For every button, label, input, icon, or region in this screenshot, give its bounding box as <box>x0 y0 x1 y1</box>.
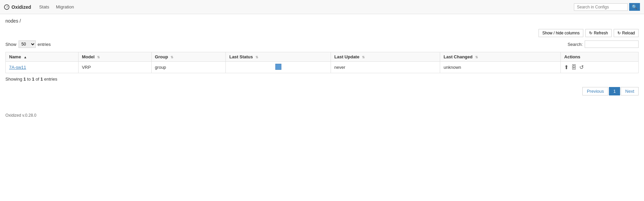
actions-container: ⬆🗄↺ <box>564 64 635 70</box>
col-last-status[interactable]: Last Status ⇅ <box>226 52 331 62</box>
col-name[interactable]: Name <box>6 52 79 62</box>
cell-model: VRP <box>78 62 151 73</box>
status-square <box>275 64 281 70</box>
cell-last-changed: unknown <box>440 62 561 73</box>
col-group[interactable]: Group ⇅ <box>151 52 226 62</box>
show-hide-columns-button[interactable]: Show / hide columns <box>539 29 583 37</box>
cell-last-update: never <box>331 62 440 73</box>
data-table: Name Model ⇅ Group ⇅ Last Status ⇅ Last … <box>5 52 639 73</box>
col-last-update[interactable]: Last Update ⇅ <box>331 52 440 62</box>
col-actions: Actions <box>561 52 639 62</box>
config-search-input[interactable] <box>574 3 628 11</box>
reload-button[interactable]: ↻ Reload <box>614 29 639 37</box>
row-name-link[interactable]: 7A-sw11 <box>9 65 26 70</box>
sort-icon-name <box>24 55 27 59</box>
reload-icon: ↻ <box>617 31 621 35</box>
clock-icon <box>4 4 9 10</box>
entries-label: entries <box>38 42 51 47</box>
refresh-button[interactable]: ↻ Refresh <box>585 29 612 37</box>
col-model[interactable]: Model ⇅ <box>78 52 151 62</box>
prev-button[interactable]: Previous <box>582 87 608 95</box>
version-label: Oxidized v.0.28.0 <box>5 113 36 118</box>
pagination-row: Previous 1 Next <box>5 87 639 95</box>
sort-icon-last-changed: ⇅ <box>475 55 478 59</box>
search-row: Search: <box>568 40 639 48</box>
table-header: Name Model ⇅ Group ⇅ Last Status ⇅ Last … <box>6 52 639 62</box>
nav-stats[interactable]: Stats <box>36 3 52 11</box>
table-body: 7A-sw11VRPgroupneverunknown⬆🗄↺ <box>6 62 639 73</box>
nav-migration[interactable]: Migration <box>53 3 76 11</box>
cell-name[interactable]: 7A-sw11 <box>6 62 79 73</box>
cell-group: group <box>151 62 226 73</box>
cell-actions: ⬆🗄↺ <box>561 62 639 73</box>
show-entries-row: Show 10 25 50 100 entries <box>5 40 51 48</box>
upload-icon[interactable]: ⬆ <box>564 64 569 70</box>
page-1-button[interactable]: 1 <box>609 87 620 95</box>
nav-links: Stats Migration <box>36 3 76 11</box>
page-content: nodes / Show / hide columns ↻ Refresh ↻ … <box>0 14 644 99</box>
header-row: Name Model ⇅ Group ⇅ Last Status ⇅ Last … <box>6 52 639 62</box>
navbar: Oxidized Stats Migration 🔍 <box>0 0 644 14</box>
refresh-icon: ↻ <box>589 31 592 35</box>
database-icon[interactable]: 🗄 <box>571 64 577 70</box>
table-row: 7A-sw11VRPgroupneverunknown⬆🗄↺ <box>6 62 639 73</box>
brand-label: Oxidized <box>11 4 31 10</box>
breadcrumb: nodes / <box>5 18 639 24</box>
show-label: Show <box>5 42 17 47</box>
sort-icon-group: ⇅ <box>171 55 173 59</box>
showing-info: Showing 1 to 1 of 1 entries <box>5 77 639 82</box>
sort-icon-model: ⇅ <box>97 55 100 59</box>
col-last-changed[interactable]: Last Changed ⇅ <box>440 52 561 62</box>
table-search-input[interactable] <box>585 40 639 48</box>
config-search-button[interactable]: 🔍 <box>629 3 640 11</box>
sort-icon-last-status: ⇅ <box>255 55 258 59</box>
page-footer: Oxidized v.0.28.0 <box>0 113 644 118</box>
brand[interactable]: Oxidized <box>4 4 31 10</box>
search-label: Search: <box>568 42 583 47</box>
navbar-search: 🔍 <box>574 3 640 11</box>
refresh-action-icon[interactable]: ↺ <box>579 64 584 70</box>
toolbar-row: Show / hide columns ↻ Refresh ↻ Reload <box>5 29 639 37</box>
entries-select[interactable]: 10 25 50 100 <box>19 40 36 48</box>
cell-last-status <box>226 62 331 73</box>
next-button[interactable]: Next <box>621 87 639 95</box>
sort-icon-last-update: ⇅ <box>362 55 365 59</box>
